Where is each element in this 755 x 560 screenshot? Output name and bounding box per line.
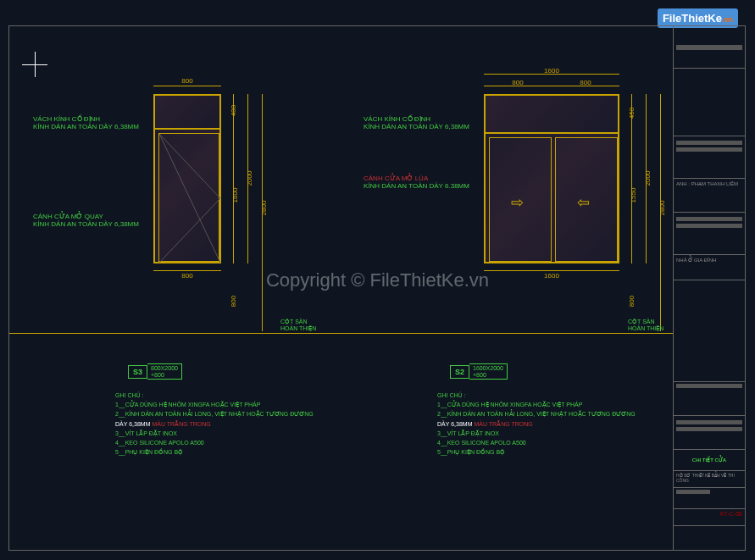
dim-floor: 800 [230,296,237,307]
dim-line [153,86,221,86]
label-fixed-glass: VÁCH KÍNH CỐ ĐỊNHKÍNH DÁN AN TOÀN DÀY 6,… [33,115,139,130]
dim-line [484,74,619,75]
svg-line-1 [159,198,220,263]
dim-top: 800 [153,77,221,85]
tb-project: NHÀ Ở GIA ĐÌNH [674,255,745,280]
notes-s3: GHI CHÚ : 1__CỬA DÙNG HỆ NHÔM XINGFA HOẶ… [115,391,314,457]
model-space: 800 800 400 1600 2000 2800 800 VÁCH KÍNH… [9,26,673,550]
door-leaf [158,133,219,262]
tag-s2: S2 1600X2000+800 [450,363,508,380]
label-swing-leaf: CÁNH CỬA MỞ QUAYKÍNH DÁN AN TOÀN DÀY 6,3… [33,213,139,228]
dim-line [660,94,661,331]
slide-arrow-right: ⇨ [511,193,524,212]
dim-line [233,94,234,263]
transom [486,96,618,134]
dim-bottom: 1600 [484,272,619,280]
tag-s3: S3 800X2000+800 [128,363,182,380]
label-slide-leaf: CÁNH CỬA MỞ LÙA KÍNH DÁN AN TOÀN DÀY 6.3… [364,175,469,190]
svg-line-2 [159,134,220,198]
door-frame: ⇨ ⇦ [484,94,619,263]
transom [155,96,219,130]
dim-floor: 800 [628,296,636,307]
floor-level-line [9,333,673,334]
dim-line [631,94,632,263]
dim-line [484,270,619,271]
dim-line [247,94,248,263]
swing-icon [159,134,220,263]
slide-arrow-left: ⇦ [577,193,590,212]
tb-owner: ANH : PHẠM THANH LIÊM [674,179,745,213]
dim-line [646,94,647,263]
dim-line [262,94,263,331]
notes-s2: GHI CHÚ : 1__CỬA DÙNG HỆ NHÔM XINGFA HOẶ… [437,391,636,457]
svg-line-0 [159,134,220,263]
floor-label-2: CỘT SÀNHOÀN THIỆN [628,319,663,332]
floor-label-1: CỘT SÀNHOÀN THIỆN [280,319,316,332]
dim-line [153,270,221,271]
drawing-frame: 800 800 400 1600 2000 2800 800 VÁCH KÍNH… [8,25,746,551]
tb-drawing-title: CHI TIẾT CỬA [674,450,745,471]
door-s2: 1600 800 800 ⇨ ⇦ 1600 450 1550 2000 2800… [484,94,619,263]
dim-bottom: 800 [153,272,221,280]
label-fixed-glass-2: VÁCH KÍNH CỐ ĐỊNHKÍNH DÁN AN TOÀN DÀY 6,… [364,115,469,130]
door-frame [153,94,221,263]
title-block: ANH : PHẠM THANH LIÊM NHÀ Ở GIA ĐÌNH CHI… [673,26,745,550]
tb-code: KT-C-00 [674,509,745,526]
door-s3: 800 800 400 1600 2000 2800 800 [153,94,221,263]
dim-line [484,86,619,86]
tb-hosso: HỒ SƠ THIẾT KẾ BẢN VẼ THI CÔNG [674,471,745,488]
